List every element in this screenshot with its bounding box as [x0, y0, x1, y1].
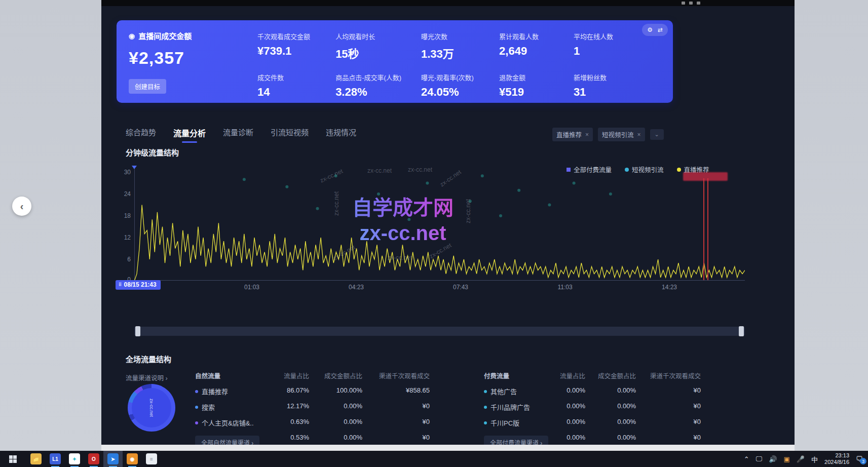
- gmv-pct: 0.00%: [309, 418, 362, 427]
- start-button[interactable]: [3, 451, 22, 467]
- metric-value: 3.28%: [335, 86, 421, 99]
- notification-badge: 3: [860, 458, 866, 464]
- metric-value: 31: [574, 86, 640, 99]
- column-header: 渠道千次观看成交: [362, 371, 430, 380]
- gear-icon[interactable]: ⚙: [647, 26, 653, 33]
- channel-name: 千川PC版: [490, 418, 519, 427]
- metric-value: ¥519: [499, 86, 574, 99]
- close-icon[interactable]: ×: [585, 131, 589, 138]
- channel-name: 其他广告: [490, 386, 517, 396]
- taskbar-app-explorer[interactable]: 📁: [26, 451, 46, 467]
- series-dot: [484, 421, 487, 424]
- notification-center-icon[interactable]: 🗨 3: [856, 455, 863, 463]
- table-row-name[interactable]: 直播推荐: [195, 386, 266, 396]
- y-tick-label: 6: [117, 256, 131, 263]
- metric-label: 累计观看人数: [499, 31, 574, 41]
- windows-taskbar: 📁 L1 ✦ O ➤ ◉ ≡ ⌃ 🖵 🔊 ▣ 🎤 中 23:13 2024/8/…: [0, 451, 868, 467]
- desktop-background-right: [795, 0, 868, 451]
- back-button[interactable]: ‹: [12, 197, 31, 216]
- tray-app-icon[interactable]: ▣: [784, 455, 790, 463]
- filter-tag-group: 直播推荐 × 短视频引流 × ⌄: [552, 128, 664, 141]
- gmv-pct: 0.00%: [309, 434, 362, 443]
- windows-logo-icon: [9, 455, 17, 463]
- filter-tag-label: 直播推荐: [556, 130, 582, 139]
- event-marker-line: [703, 178, 704, 280]
- tab-violations[interactable]: 违规情况: [326, 127, 356, 143]
- pointer-app-icon: ➤: [107, 453, 119, 464]
- filter-tag-short-video[interactable]: 短视频引流 ×: [598, 128, 645, 141]
- traffic-donut-chart[interactable]: zx-cc.net: [128, 384, 175, 432]
- volume-icon[interactable]: 🔊: [769, 455, 777, 463]
- chart-title: 分钟级流量结构: [126, 147, 179, 158]
- recorder-app-icon: ◉: [127, 453, 138, 464]
- taskbar-app-l1[interactable]: L1: [46, 451, 65, 467]
- metric-label: 新增粉丝数: [574, 72, 640, 82]
- channel-name: 直播推荐: [202, 386, 228, 396]
- metrics-summary-panel: ◉ 直播间成交金额 ¥2,357 创建目标 千次观看成交金额¥739.1 人均观…: [117, 20, 673, 103]
- notepad-icon: ≡: [146, 453, 157, 464]
- taskbar-app-red[interactable]: O: [84, 451, 103, 467]
- table-row-name[interactable]: 搜索: [195, 402, 266, 412]
- red-o-app-icon: O: [88, 453, 99, 464]
- tab-bar: 综合趋势 流量分析 流量诊断 引流短视频 违规情况: [126, 127, 356, 143]
- paid-traffic-table: 付费流量 流量占比 成交金额占比 渠道千次观看成交 其他广告 0.00% 0.0…: [484, 371, 701, 443]
- taskbar-app-teal[interactable]: ✦: [65, 451, 84, 467]
- close-icon[interactable]: ×: [637, 131, 641, 138]
- chevron-down-icon[interactable]: ⌄: [650, 129, 664, 140]
- gmv-pct: 100.00%: [309, 386, 362, 396]
- series-dot: [195, 390, 198, 393]
- all-natural-channels-link[interactable]: 全部自然流量渠道 ›: [195, 436, 259, 445]
- microphone-icon[interactable]: 🎤: [797, 455, 805, 463]
- x-axis: [134, 280, 745, 281]
- slider-handle-right[interactable]: [739, 326, 744, 336]
- tray-chevron-up-icon[interactable]: ⌃: [744, 455, 749, 463]
- tab-overall-trend[interactable]: 综合趋势: [126, 127, 156, 143]
- l1-app-icon: L1: [50, 453, 61, 464]
- metric-value: 14: [257, 86, 335, 99]
- per-thousand-value: ¥0: [362, 418, 430, 427]
- chevron-right-icon: ›: [166, 375, 168, 382]
- dashboard-window: ◉ 直播间成交金额 ¥2,357 创建目标 千次观看成交金额¥739.1 人均观…: [101, 0, 795, 445]
- primary-metric-value: ¥2,357: [129, 48, 192, 68]
- gmv-pct: 0.00%: [585, 402, 636, 412]
- filter-tag-label: 短视频引流: [602, 130, 634, 139]
- taskbar-app-recorder[interactable]: ◉: [123, 451, 142, 467]
- tab-short-video[interactable]: 引流短视频: [271, 127, 309, 143]
- table-row-name[interactable]: 千川PC版: [484, 418, 545, 427]
- taskbar-app-pointer[interactable]: ➤: [103, 451, 123, 467]
- chevron-right-icon: ›: [251, 440, 253, 445]
- swap-icon[interactable]: ⇄: [658, 26, 663, 33]
- per-thousand-value: ¥0: [362, 402, 430, 412]
- clock[interactable]: 23:13 2024/8/16: [824, 452, 849, 465]
- traffic-pct: 0.63%: [266, 418, 309, 427]
- all-paid-channels-link[interactable]: 全部付费流量渠道 ›: [484, 436, 548, 445]
- gmv-pct: 0.00%: [585, 418, 636, 427]
- column-header: 流量占比: [545, 371, 585, 380]
- create-goal-button[interactable]: 创建目标: [129, 79, 166, 94]
- chart-range-slider[interactable]: [134, 327, 745, 336]
- ime-indicator[interactable]: 中: [811, 454, 818, 464]
- tab-traffic-analysis[interactable]: 流量分析: [173, 127, 206, 143]
- column-header: 渠道千次观看成交: [636, 371, 701, 380]
- table-row-name[interactable]: 千川品牌广告: [484, 402, 545, 412]
- per-thousand-value: ¥0: [636, 434, 701, 443]
- table-row-name[interactable]: 其他广告: [484, 386, 545, 396]
- chevron-right-icon: ›: [540, 440, 542, 445]
- tab-traffic-diagnosis[interactable]: 流量诊断: [223, 127, 253, 143]
- target-icon: ◉: [129, 32, 135, 40]
- minute-traffic-chart[interactable]: [134, 170, 745, 281]
- slider-handle-left[interactable]: [135, 326, 140, 336]
- channel-help-link[interactable]: 流量渠道说明 ›: [126, 373, 168, 382]
- clock-time: 23:13: [824, 452, 849, 459]
- traffic-pct: 0.00%: [545, 434, 585, 443]
- teal-app-icon: ✦: [69, 453, 80, 464]
- metric-label: 千次观看成交金额: [257, 31, 335, 41]
- y-tick-label: 18: [117, 212, 131, 219]
- table-row-name[interactable]: 个人主页&店铺&..: [195, 418, 266, 427]
- taskbar-app-notepad[interactable]: ≡: [142, 451, 161, 467]
- filter-tag-live-recommend[interactable]: 直播推荐 ×: [552, 128, 593, 141]
- x-tick-label: 07:43: [445, 284, 476, 291]
- network-icon[interactable]: 🖵: [756, 455, 763, 463]
- time-range-start-badge[interactable]: ⠿ 08/15 21:43: [116, 280, 161, 290]
- per-thousand-value: ¥858.65: [362, 386, 430, 396]
